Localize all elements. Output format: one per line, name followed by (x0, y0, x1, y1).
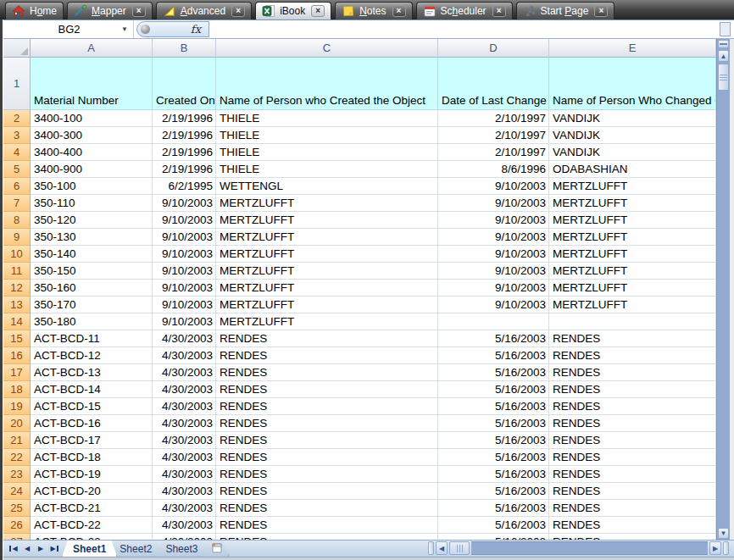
cell[interactable]: ACT-BCD-20 (31, 483, 153, 500)
row-header[interactable]: 12 (3, 280, 31, 297)
cell[interactable]: 5/16/2003 (438, 432, 549, 449)
cell[interactable]: 4/30/2003 (153, 500, 216, 517)
cell[interactable]: Material Number (31, 58, 153, 110)
cell[interactable]: RENDES (216, 466, 438, 483)
next-sheet-button[interactable]: ▶ (34, 541, 47, 557)
cell[interactable]: 5/16/2003 (438, 381, 549, 398)
cell[interactable]: 4/30/2003 (153, 415, 216, 432)
cell[interactable]: 9/10/2003 (438, 263, 549, 280)
cell[interactable]: RENDES (216, 534, 438, 540)
row-header[interactable]: 26 (3, 517, 31, 534)
column-header-b[interactable]: B (153, 39, 216, 58)
horizontal-scrollbar[interactable]: ◀ ▶ (428, 541, 729, 555)
vertical-scroll-thumb[interactable] (718, 64, 729, 91)
cell[interactable]: VANDIJK (549, 127, 716, 144)
cell[interactable]: MERTZLUFFT (549, 297, 716, 313)
cell[interactable]: 9/10/2003 (438, 246, 549, 263)
cell[interactable]: MERTZLUFFT (216, 313, 438, 330)
cell[interactable]: ACT-BCD-19 (31, 466, 153, 483)
insert-worksheet-tab[interactable] (200, 541, 229, 557)
cell[interactable]: RENDES (216, 330, 438, 347)
cell[interactable]: 350-180 (31, 313, 153, 330)
row-header[interactable]: 19 (3, 398, 31, 415)
cell[interactable]: 4/30/2003 (153, 449, 216, 466)
cell[interactable]: 350-130 (31, 229, 153, 246)
cell[interactable]: THIELE (216, 144, 438, 161)
cell[interactable]: RENDES (216, 398, 438, 415)
cell[interactable]: MERTZLUFFT (549, 195, 716, 212)
row-header[interactable]: 13 (3, 297, 31, 313)
row-header[interactable]: 15 (3, 330, 31, 347)
row-header[interactable]: 25 (3, 500, 31, 517)
last-sheet-button[interactable]: ▶ (47, 541, 61, 557)
scroll-left-icon[interactable]: ◀ (436, 541, 448, 555)
cell[interactable]: 5/16/2003 (438, 534, 549, 540)
cell[interactable]: 5/16/2003 (438, 398, 549, 415)
cell[interactable]: Date of Last Change (438, 58, 549, 110)
cell[interactable]: MERTZLUFFT (216, 212, 438, 229)
vertical-scrollbar[interactable]: ▲ ▼ (716, 39, 730, 540)
cell[interactable]: 5/16/2003 (438, 449, 549, 466)
cell[interactable]: 3400-400 (31, 144, 153, 161)
cell[interactable]: 350-160 (31, 280, 153, 297)
cell[interactable]: 5/16/2003 (438, 466, 549, 483)
cell[interactable]: RENDES (549, 466, 716, 483)
cell[interactable]: ACT-BCD-13 (31, 364, 153, 381)
cell[interactable]: MERTZLUFFT (216, 263, 438, 280)
column-header-a[interactable]: A (31, 39, 153, 58)
name-box[interactable]: BG2 ▼ (5, 20, 134, 38)
cell[interactable]: 5/16/2003 (438, 347, 549, 364)
cell[interactable]: 4/30/2003 (153, 517, 216, 534)
cell[interactable]: RENDES (549, 415, 716, 432)
row-header[interactable]: 16 (3, 347, 31, 364)
row-header[interactable]: 6 (3, 178, 31, 195)
cell[interactable]: RENDES (216, 347, 438, 364)
insert-function-button[interactable]: fx (136, 21, 209, 37)
cell[interactable]: 4/30/2003 (153, 466, 216, 483)
cell[interactable]: MERTZLUFFT (216, 297, 438, 313)
cell[interactable]: RENDES (549, 483, 716, 500)
scroll-right-icon[interactable]: ▶ (709, 541, 721, 555)
row-header[interactable]: 4 (3, 144, 31, 161)
cell[interactable]: ACT-BCD-11 (31, 330, 153, 347)
formula-bar-side-button[interactable] (720, 22, 731, 36)
row-header[interactable]: 23 (3, 466, 31, 483)
cell[interactable]: ACT-BCD-18 (31, 449, 153, 466)
split-handle-icon[interactable] (718, 40, 729, 48)
cell[interactable]: RENDES (549, 347, 716, 364)
row-header[interactable]: 21 (3, 432, 31, 449)
cell[interactable]: MERTZLUFFT (216, 195, 438, 212)
select-all-corner[interactable] (3, 39, 31, 58)
tab-home[interactable]: Home (5, 2, 64, 19)
cell[interactable]: WETTENGL (216, 178, 438, 195)
cell[interactable]: RENDES (216, 432, 438, 449)
cell[interactable]: 9/10/2003 (153, 229, 216, 246)
scroll-down-icon[interactable]: ▼ (718, 528, 729, 539)
tab-start-page[interactable]: Start Page× (516, 2, 615, 19)
cell[interactable]: 4/30/2003 (153, 330, 216, 347)
column-header-d[interactable]: D (438, 39, 549, 58)
cell[interactable]: MERTZLUFFT (549, 280, 716, 297)
cell[interactable]: MERTZLUFFT (549, 229, 716, 246)
cell[interactable]: RENDES (549, 381, 716, 398)
cell[interactable]: VANDIJK (549, 144, 716, 161)
cell[interactable]: 9/10/2003 (153, 263, 216, 280)
cell[interactable]: RENDES (216, 500, 438, 517)
cell[interactable]: 4/30/2003 (153, 364, 216, 381)
cell[interactable]: RENDES (216, 415, 438, 432)
tab-close-icon[interactable]: × (231, 5, 245, 17)
row-header[interactable]: 18 (3, 381, 31, 398)
row-header[interactable]: 24 (3, 483, 31, 500)
cell[interactable]: RENDES (216, 449, 438, 466)
cell[interactable]: RENDES (549, 364, 716, 381)
cell[interactable]: RENDES (549, 432, 716, 449)
row-header[interactable]: 20 (3, 415, 31, 432)
cell[interactable]: 5/16/2003 (438, 330, 549, 347)
cell[interactable]: 350-100 (31, 178, 153, 195)
cell[interactable]: VANDIJK (549, 110, 716, 127)
cell[interactable]: 350-140 (31, 246, 153, 263)
tab-close-icon[interactable]: × (311, 5, 325, 17)
sheet-tab-sheet3[interactable]: Sheet3 (154, 541, 209, 557)
cell[interactable]: MERTZLUFFT (549, 178, 716, 195)
cell[interactable]: 9/10/2003 (153, 195, 216, 212)
